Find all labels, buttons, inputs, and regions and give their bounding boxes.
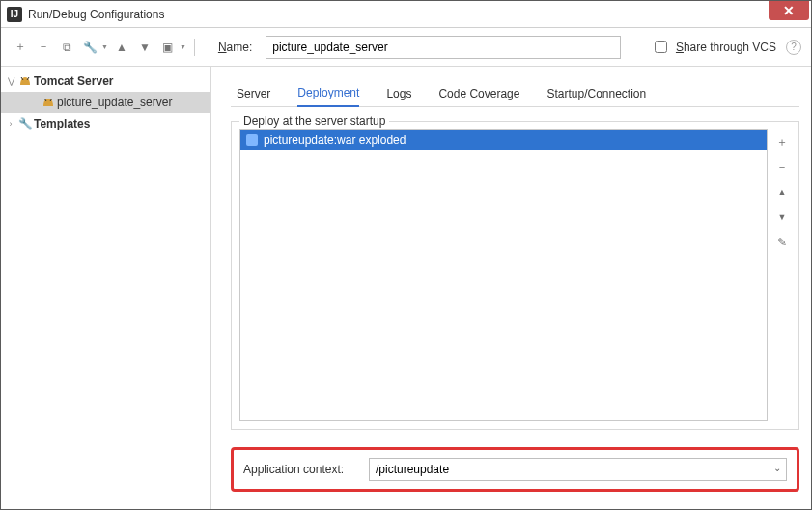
title-bar: IJ Run/Debug Configurations ✕ xyxy=(1,1,811,28)
tree-label: Templates xyxy=(34,117,90,130)
tree-label: Tomcat Server xyxy=(34,74,113,88)
wrench-icon: 🔧 xyxy=(18,117,32,130)
deploy-side-tools: ＋ － ▲ ▼ ✎ xyxy=(768,129,791,421)
toolbar-icons: ＋ － ⧉ 🔧▼ ▲ ▼ ▣▼ xyxy=(11,38,199,57)
dialog-window: IJ Run/Debug Configurations ✕ ＋ － ⧉ 🔧▼ ▲… xyxy=(0,0,812,510)
remove-artifact-button[interactable]: － xyxy=(773,158,791,176)
toolbar-separator xyxy=(194,39,195,56)
move-down-button[interactable]: ▼ xyxy=(773,209,791,226)
share-group: Share through VCS ? xyxy=(651,38,801,56)
tab-bar: Server Deployment Logs Code Coverage Sta… xyxy=(231,80,799,107)
content-area: Server Deployment Logs Code Coverage Sta… xyxy=(211,67,811,509)
tab-startup-connection[interactable]: Startup/Connection xyxy=(546,87,646,106)
tree-label: picture_update_server xyxy=(57,96,172,109)
tab-logs[interactable]: Logs xyxy=(386,87,411,106)
add-artifact-button[interactable]: ＋ xyxy=(773,133,791,151)
up-button[interactable]: ▲ xyxy=(112,38,131,57)
dialog-body: ⋁ Tomcat Server picture_update_server › … xyxy=(1,67,811,509)
folder-dropdown-icon: ▼ xyxy=(180,43,186,50)
toolbar: ＋ － ⧉ 🔧▼ ▲ ▼ ▣▼ Name: Share through VCS … xyxy=(1,28,811,67)
application-context-row: Application context: ⌄ xyxy=(231,447,799,492)
artifact-icon xyxy=(246,134,258,146)
move-up-button[interactable]: ▲ xyxy=(773,184,791,201)
tab-code-coverage[interactable]: Code Coverage xyxy=(438,87,519,106)
deploy-fieldset: Deploy at the server startup pictureupda… xyxy=(231,121,799,430)
share-label: Share through VCS xyxy=(676,41,776,54)
add-button[interactable]: ＋ xyxy=(11,38,30,57)
tomcat-icon xyxy=(18,74,32,88)
expand-toggle-icon[interactable]: › xyxy=(5,119,16,128)
application-context-combo[interactable]: ⌄ xyxy=(369,458,787,481)
name-label: Name: xyxy=(218,41,252,54)
application-context-label: Application context: xyxy=(243,463,359,476)
window-title: Run/Debug Configurations xyxy=(28,8,769,21)
tomcat-icon xyxy=(42,96,55,109)
settings-button[interactable]: 🔧 xyxy=(80,38,99,57)
application-context-input[interactable] xyxy=(369,458,787,481)
deploy-item-label: pictureupdate:war exploded xyxy=(264,133,406,147)
tab-deployment[interactable]: Deployment xyxy=(297,86,359,107)
edit-artifact-button[interactable]: ✎ xyxy=(773,234,791,251)
app-icon: IJ xyxy=(7,7,22,22)
name-input[interactable] xyxy=(266,36,621,59)
tab-server[interactable]: Server xyxy=(237,87,270,106)
copy-button[interactable]: ⧉ xyxy=(57,38,76,57)
tree-node-picture-update-server[interactable]: picture_update_server xyxy=(1,92,210,113)
help-icon[interactable]: ? xyxy=(786,40,801,55)
settings-dropdown-icon: ▼ xyxy=(101,43,108,50)
folder-button[interactable]: ▣ xyxy=(158,38,178,57)
deploy-list[interactable]: pictureupdate:war exploded xyxy=(239,129,768,421)
expand-toggle-icon[interactable]: ⋁ xyxy=(5,76,16,86)
deploy-legend: Deploy at the server startup xyxy=(239,114,389,128)
deploy-item[interactable]: pictureupdate:war exploded xyxy=(240,130,767,150)
config-tree[interactable]: ⋁ Tomcat Server picture_update_server › … xyxy=(1,67,211,509)
tree-node-tomcat-server[interactable]: ⋁ Tomcat Server xyxy=(1,71,210,92)
close-button[interactable]: ✕ xyxy=(769,1,809,20)
down-button[interactable]: ▼ xyxy=(135,38,154,57)
tree-node-templates[interactable]: › 🔧 Templates xyxy=(1,113,210,134)
remove-button[interactable]: － xyxy=(34,38,53,57)
share-checkbox[interactable] xyxy=(655,41,667,53)
